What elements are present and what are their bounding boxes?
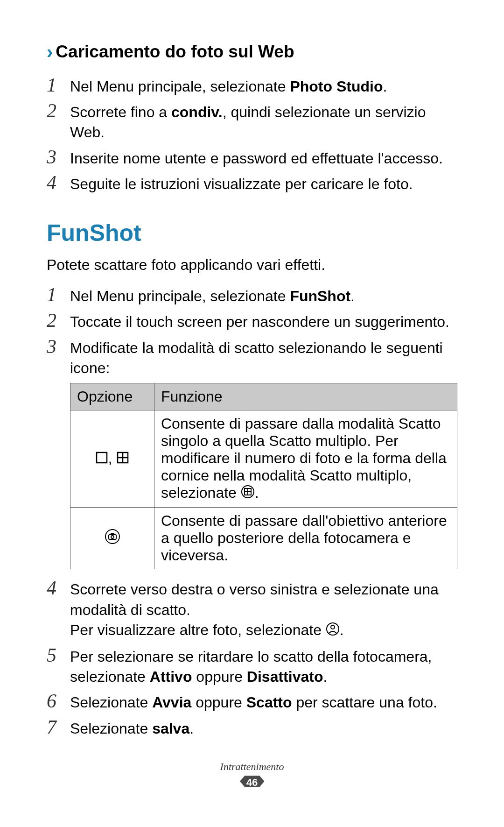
options-table: Opzione Funzione , Consente di — [70, 383, 457, 570]
step-number: 3 — [47, 147, 70, 167]
step-text: Scorrete verso destra o verso sinistra e… — [70, 578, 457, 641]
step: 7 Selezionate salva. — [47, 717, 457, 739]
page-number: 46 — [240, 776, 264, 790]
step: 5 Per selezionare se ritardare lo scatto… — [47, 645, 457, 687]
step-number: 3 — [47, 336, 70, 357]
step: 1 Nel Menu principale, selezionate FunSh… — [47, 284, 457, 306]
options-table-wrapper: Opzione Funzione , Consente di — [70, 383, 457, 570]
svg-point-11 — [111, 536, 114, 538]
step-text: Toccate il touch screen per nascondere u… — [70, 310, 457, 332]
step: 3 Modificate la modalità di scatto selez… — [47, 336, 457, 378]
subsection-title: Caricamento do foto sul Web — [56, 42, 294, 62]
step-number: 6 — [47, 691, 70, 711]
page-number-badge: 46 — [240, 776, 264, 790]
svg-rect-0 — [97, 452, 107, 463]
step: 4 Seguite le istruzioni visualizzate per… — [47, 172, 457, 194]
section-heading: FunShot — [47, 219, 457, 247]
step-text: Per selezionare se ritardare lo scatto d… — [70, 645, 457, 687]
step-text: Seguite le istruzioni visualizzate per c… — [70, 172, 457, 194]
page-footer: Intrattenimento 46 — [0, 761, 504, 790]
step: 2 Scorrete fino a condiv., quindi selezi… — [47, 100, 457, 142]
table-row: Consente di passare dall'obiettivo anter… — [70, 508, 457, 569]
step-number: 5 — [47, 645, 70, 665]
step-text: Nel Menu principale, selezionate Photo S… — [70, 75, 457, 97]
single-shot-icon — [95, 451, 108, 468]
switch-camera-icon — [105, 529, 120, 548]
step-number: 1 — [47, 284, 70, 305]
step-text: Selezionate salva. — [70, 717, 457, 739]
step-number: 2 — [47, 100, 70, 121]
svg-point-13 — [331, 625, 335, 629]
step-text: Nel Menu principale, selezionate FunShot… — [70, 284, 457, 306]
step-number: 4 — [47, 172, 70, 193]
steps-list-2: 1 Nel Menu principale, selezionate FunSh… — [47, 284, 457, 378]
person-icon — [326, 621, 340, 641]
step: 6 Selezionate Avvia oppure Scatto per sc… — [47, 691, 457, 713]
intro-paragraph: Potete scattare foto applicando vari eff… — [47, 255, 457, 275]
step: 1 Nel Menu principale, selezionate Photo… — [47, 75, 457, 97]
footer-section-name: Intrattenimento — [0, 761, 504, 773]
step-number: 1 — [47, 75, 70, 95]
step-text: Inserite nome utente e password ed effet… — [70, 147, 457, 169]
document-page: › Caricamento do foto sul Web 1 Nel Menu… — [0, 0, 504, 827]
steps-list-3: 4 Scorrete verso destra o verso sinistra… — [47, 578, 457, 738]
steps-list-1: 1 Nel Menu principale, selezionate Photo… — [47, 75, 457, 194]
svg-point-8 — [105, 530, 119, 544]
table-header-option: Opzione — [70, 383, 154, 410]
table-row: , Consente di passare dalla modalità Sca… — [70, 410, 457, 508]
subsection-heading: › Caricamento do foto sul Web — [47, 42, 457, 62]
step: 3 Inserite nome utente e password ed eff… — [47, 147, 457, 169]
multi-shot-icon — [116, 451, 129, 468]
step-number: 2 — [47, 310, 70, 331]
step-number: 4 — [47, 578, 70, 598]
function-cell: Consente di passare dalla modalità Scatt… — [154, 410, 457, 508]
option-icons-cell: , — [70, 410, 154, 508]
step: 2 Toccate il touch screen per nascondere… — [47, 310, 457, 332]
frame-settings-icon — [241, 485, 255, 502]
table-header-function: Funzione — [154, 383, 457, 410]
step: 4 Scorrete verso destra o verso sinistra… — [47, 578, 457, 641]
option-icons-cell — [70, 508, 154, 569]
function-cell: Consente di passare dall'obiettivo anter… — [154, 508, 457, 569]
step-text: Modificate la modalità di scatto selezio… — [70, 336, 457, 378]
chevron-right-icon: › — [47, 42, 53, 61]
step-text: Scorrete fino a condiv., quindi selezion… — [70, 100, 457, 142]
step-text: Selezionate Avvia oppure Scatto per scat… — [70, 691, 457, 713]
svg-rect-10 — [111, 533, 114, 535]
step-number: 7 — [47, 717, 70, 737]
